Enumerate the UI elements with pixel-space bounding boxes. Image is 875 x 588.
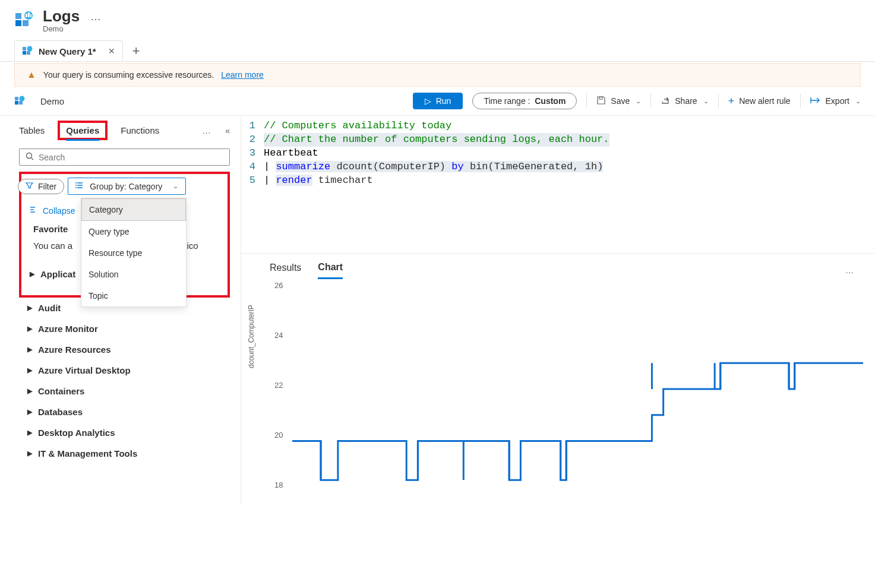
query-tab-label: New Query 1* <box>39 46 96 56</box>
search-input[interactable] <box>19 148 230 166</box>
sidebar-more-icon[interactable]: … <box>202 125 212 135</box>
menu-item-resource-type[interactable]: Resource type <box>81 242 186 264</box>
page-subtitle: Demo <box>43 24 80 33</box>
collapse-panel-icon[interactable]: « <box>225 126 230 135</box>
collapse-icon <box>30 206 38 216</box>
list-icon <box>75 181 84 191</box>
svg-rect-0 <box>15 20 21 26</box>
svg-rect-15 <box>599 97 602 99</box>
time-range-picker[interactable]: Time range : Custom <box>472 93 577 109</box>
svg-point-16 <box>27 153 32 159</box>
toolbar: Demo ▷ Run Time range : Custom Save ⌄ Sh… <box>0 87 875 116</box>
chevron-right-icon: ▶ <box>27 346 32 353</box>
highlighted-region: Filter Group by: Category ⌄ Category Que… <box>19 172 230 298</box>
scope-name[interactable]: Demo <box>40 96 64 106</box>
learn-more-link[interactable]: Learn more <box>221 70 264 80</box>
chevron-down-icon: ⌄ <box>636 97 641 105</box>
svg-point-21 <box>75 182 77 184</box>
chart-svg <box>292 285 863 493</box>
chevron-right-icon: ▶ <box>27 304 32 312</box>
menu-item-category[interactable]: Category <box>81 198 186 221</box>
header-more-icon[interactable]: … <box>90 11 102 23</box>
chevron-down-icon: ⌄ <box>173 182 178 190</box>
category-item[interactable]: ▶Azure Monitor <box>19 318 230 339</box>
category-item[interactable]: ▶Azure Virtual Desktop <box>19 360 230 381</box>
menu-item-topic[interactable]: Topic <box>81 285 186 306</box>
save-button[interactable]: Save ⌄ <box>596 96 641 107</box>
warning-text: Your query is consuming excessive resour… <box>43 70 214 80</box>
query-editor[interactable]: 1// Computers availability today 2// Cha… <box>241 116 875 188</box>
svg-rect-9 <box>27 51 30 55</box>
add-tab-button[interactable]: + <box>132 43 140 59</box>
svg-point-10 <box>27 46 33 52</box>
query-tab[interactable]: New Query 1* ✕ <box>14 40 123 61</box>
chart: dcount_ComputerIP 26 24 22 20 18 <box>241 279 875 505</box>
chevron-right-icon: ▶ <box>27 325 32 333</box>
warning-icon: ▲ <box>27 69 36 80</box>
svg-rect-2 <box>23 20 29 26</box>
svg-rect-5 <box>28 12 30 17</box>
sidebar-tabs: Tables Queries Functions … « <box>19 121 230 140</box>
sidebar: Tables Queries Functions … « Filter Grou… <box>0 116 241 505</box>
svg-rect-13 <box>19 101 23 105</box>
page-header: Logs Demo … <box>0 0 875 40</box>
export-button[interactable]: Export ⌄ <box>810 96 861 106</box>
chevron-right-icon: ▶ <box>27 429 32 437</box>
plus-icon: + <box>728 95 735 108</box>
tab-queries[interactable]: Queries <box>66 122 99 141</box>
svg-rect-11 <box>15 101 18 105</box>
category-item[interactable]: ▶Databases <box>19 402 230 422</box>
share-button[interactable]: Share ⌄ <box>661 96 708 107</box>
chevron-right-icon: ▶ <box>27 408 32 416</box>
group-by-dropdown[interactable]: Group by: Category ⌄ <box>68 178 186 195</box>
chevron-right-icon: ▶ <box>27 387 32 395</box>
chevron-down-icon: ⌄ <box>703 97 709 105</box>
run-button[interactable]: ▷ Run <box>413 93 463 109</box>
scope-icon <box>14 96 25 106</box>
export-icon <box>810 96 821 106</box>
share-icon <box>661 96 670 107</box>
group-by-menu: Category Query type Resource type Soluti… <box>81 198 187 307</box>
new-alert-button[interactable]: + New alert rule <box>728 95 791 108</box>
save-icon <box>596 96 606 107</box>
search-icon <box>26 152 34 162</box>
svg-rect-7 <box>23 51 26 55</box>
svg-line-17 <box>31 158 34 160</box>
query-tab-icon <box>22 46 33 56</box>
editor-area: 1// Computers availability today 2// Cha… <box>241 116 875 505</box>
svg-rect-8 <box>23 47 26 50</box>
logs-service-icon <box>14 11 33 30</box>
chevron-right-icon: ▶ <box>27 366 32 374</box>
chevron-down-icon: ⌄ <box>855 97 861 105</box>
play-icon: ▷ <box>425 96 431 106</box>
category-item[interactable]: ▶Azure Resources <box>19 339 230 360</box>
svg-point-14 <box>20 96 25 102</box>
warning-banner: ▲ Your query is consuming excessive reso… <box>14 63 861 87</box>
svg-rect-6 <box>30 14 31 17</box>
category-item[interactable]: ▶Containers <box>19 381 230 402</box>
tab-results[interactable]: Results <box>270 263 301 278</box>
chart-y-axis-label: dcount_ComputerIP <box>247 305 255 368</box>
chevron-right-icon: ▶ <box>27 450 32 457</box>
tab-chart[interactable]: Chart <box>318 262 343 279</box>
filter-button[interactable]: Filter <box>18 179 64 194</box>
close-icon[interactable]: ✕ <box>108 46 115 56</box>
chevron-right-icon: ▶ <box>30 270 34 278</box>
svg-rect-4 <box>26 14 27 17</box>
query-tabs-bar: New Query 1* ✕ + <box>0 40 875 62</box>
tab-tables[interactable]: Tables <box>19 122 45 139</box>
svg-rect-12 <box>15 97 18 100</box>
category-item[interactable]: ▶IT & Management Tools <box>19 443 230 464</box>
menu-item-query-type[interactable]: Query type <box>81 221 186 242</box>
menu-item-solution[interactable]: Solution <box>81 264 186 285</box>
tab-functions[interactable]: Functions <box>121 122 159 139</box>
results-more-icon[interactable]: … <box>845 265 855 275</box>
page-title: Logs <box>43 7 80 26</box>
filter-icon <box>26 182 33 191</box>
category-item[interactable]: ▶Desktop Analytics <box>19 422 230 443</box>
svg-rect-1 <box>15 13 21 19</box>
svg-point-22 <box>75 185 77 186</box>
svg-point-23 <box>75 187 77 188</box>
result-tabs: Results Chart … <box>241 253 875 279</box>
